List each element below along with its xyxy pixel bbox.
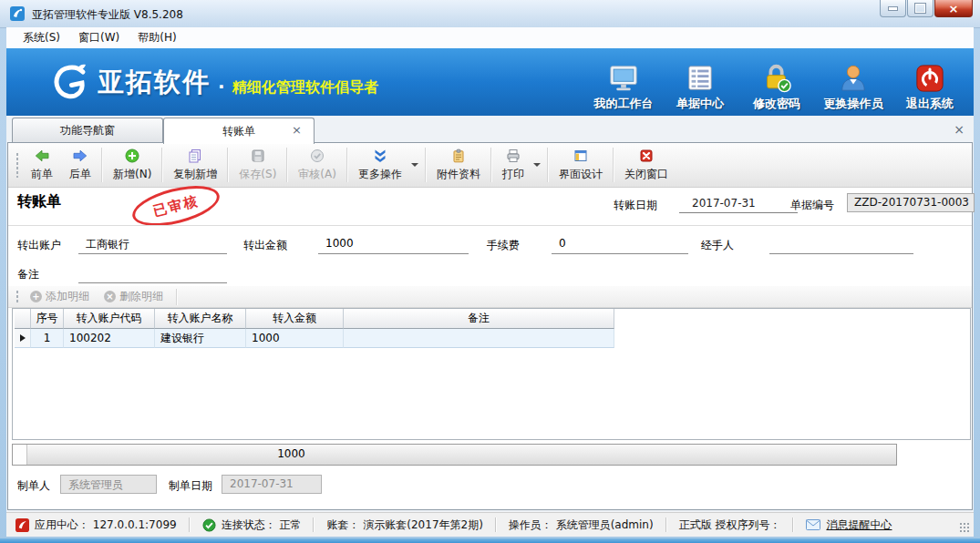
action-label: 我的工作台 (594, 96, 654, 112)
out-account-label: 转出账户 (17, 238, 61, 253)
tab-function-navigator[interactable]: 功能导航窗 (12, 118, 163, 142)
minimize-icon[interactable] (880, 0, 906, 17)
message-center-link-wrap: 消息提醒中心 (806, 517, 892, 533)
handler-label: 经手人 (701, 238, 734, 253)
save-button: 保存(S) (231, 145, 284, 185)
connection-status: 连接状态： 正常 (202, 517, 302, 533)
current-row-arrow-icon (20, 334, 26, 342)
out-account-field[interactable]: 工商银行 (78, 234, 227, 254)
brand-logo-icon (46, 60, 90, 104)
summary-indicator-cell (13, 445, 27, 465)
column-header-remark[interactable]: 备注 (344, 309, 614, 329)
license-status: 正式版 授权序列号： (679, 517, 781, 533)
operator-status: 操作员： 系统管理员(admin) (509, 517, 654, 533)
audit-button: 审核(A) (290, 145, 345, 185)
detail-table: 序号 转入账户代码 转入账户名称 转入金额 备注 1 100202 建设银行 1… (12, 308, 971, 440)
table-cell-seq[interactable]: 1 (31, 329, 64, 348)
delete-detail-button: × 删除明细 (97, 287, 170, 307)
column-header-seq[interactable]: 序号 (31, 309, 64, 329)
window-title: 亚拓管理软件专业版 V8.5.208 (32, 7, 183, 23)
printer-icon (506, 149, 521, 163)
action-label: 单据中心 (676, 96, 724, 112)
doc-number-label: 单据编号 (790, 198, 834, 213)
window-controls: × (880, 0, 973, 17)
table-cell-account-code[interactable]: 100202 (64, 329, 155, 348)
maximize-icon[interactable] (907, 0, 934, 17)
menu-system[interactable]: 系统(S) (14, 27, 69, 48)
window-bottom-edge (0, 538, 980, 543)
workspace: 功能导航窗 转账单 × × 前单 后单 (6, 116, 974, 512)
app-logo-icon (10, 6, 25, 21)
action-label: 修改密码 (753, 96, 800, 112)
attachments-button[interactable]: 附件资料 (428, 145, 489, 185)
toolbar-grip (15, 290, 19, 304)
resize-grip[interactable] (959, 522, 970, 533)
brand-name: 亚拓软件 (98, 65, 211, 101)
transfer-date-field[interactable]: 2017-07-31 (679, 194, 798, 213)
document-toolbar: 前单 后单 新增(N) (8, 143, 972, 188)
window-frame: 亚拓管理软件专业版 V8.5.208 × 系统(S) 窗口(W) 帮助(H) 亚… (0, 0, 980, 543)
copy-documents-icon (188, 149, 202, 163)
make-date-label: 制单日期 (169, 478, 212, 494)
tabstrip-close-icon[interactable]: × (954, 123, 965, 136)
menu-help[interactable]: 帮助(H) (129, 27, 185, 48)
toolbar-grip (15, 152, 19, 178)
fee-field[interactable]: 0 (552, 234, 688, 254)
status-bar: 应用中心： 127.0.0.1:7099 连接状态： 正常 账套： 演示账套(2… (6, 512, 974, 537)
print-button[interactable]: 打印 (494, 145, 545, 185)
row-indicator (15, 329, 31, 348)
out-amount-label: 转出金额 (243, 238, 287, 253)
remark-field[interactable] (78, 263, 227, 283)
quick-actions: 我的工作台 单据中心 (585, 54, 968, 112)
close-window-button[interactable]: 关闭窗口 (616, 145, 676, 185)
fee-label: 手续费 (487, 238, 520, 253)
close-icon[interactable]: × (934, 0, 973, 17)
audit-check-circle-icon (310, 149, 325, 163)
workbench-monitor-icon (608, 60, 639, 93)
divider (8, 225, 972, 226)
change-password-lock-icon (761, 60, 792, 93)
amount-total: 1000 (242, 447, 340, 460)
arrow-right-blue-icon (73, 149, 88, 163)
column-header-account-code[interactable]: 转入账户代码 (64, 309, 155, 329)
change-password-button[interactable]: 修改密码 (738, 54, 815, 112)
brand-slogan: 精细化管理软件倡导者 (232, 78, 378, 97)
tab-close-icon[interactable]: × (292, 124, 302, 136)
table-cell-remark[interactable] (344, 329, 614, 348)
header-indicator-cell (15, 309, 31, 329)
table-cell-account-name[interactable]: 建设银行 (155, 329, 246, 348)
previous-doc-button[interactable]: 前单 (23, 145, 61, 185)
new-button[interactable]: 新增(N) (105, 145, 160, 185)
ui-design-button[interactable]: 界面设计 (551, 145, 611, 185)
column-header-account-name[interactable]: 转入账户名称 (155, 309, 246, 329)
column-header-amount[interactable]: 转入金额 (246, 309, 344, 329)
my-workbench-button[interactable]: 我的工作台 (585, 54, 662, 112)
tab-transfer-order[interactable]: 转账单 × (163, 118, 315, 144)
handler-field[interactable] (769, 234, 913, 254)
document-center-button[interactable]: 单据中心 (662, 54, 738, 112)
plus-circle-icon: + (30, 291, 42, 302)
x-circle-icon: × (104, 291, 116, 302)
page-title: 转账单 (17, 192, 61, 211)
make-date-field: 2017-07-31 (222, 475, 322, 494)
arrow-left-green-icon (35, 149, 49, 163)
maker-label: 制单人 (17, 478, 50, 494)
exit-system-button[interactable]: 退出系统 (892, 54, 968, 112)
detail-toolbar: + 添加明细 × 删除明细 (8, 286, 972, 308)
app-logo-red-icon (15, 518, 29, 532)
document-center-icon (686, 60, 715, 93)
copy-new-button[interactable]: 复制新增 (165, 145, 225, 185)
table-cell-amount[interactable]: 1000 (246, 329, 344, 348)
next-doc-button[interactable]: 后单 (61, 145, 99, 185)
switch-operator-button[interactable]: 更换操作员 (815, 54, 892, 112)
tab-label: 转账单 (222, 124, 255, 139)
out-amount-field[interactable]: 1000 (318, 234, 469, 254)
more-double-chevron-icon (373, 149, 387, 163)
menu-window[interactable]: 窗口(W) (69, 27, 129, 48)
more-actions-button[interactable]: 更多操作 (350, 145, 423, 185)
status-ok-check-icon (202, 518, 216, 532)
close-window-red-icon (639, 149, 654, 163)
title-bar: 亚拓管理软件专业版 V8.5.208 × (0, 0, 980, 28)
menu-bar: 系统(S) 窗口(W) 帮助(H) (6, 27, 974, 48)
message-center-link[interactable]: 消息提醒中心 (826, 517, 892, 533)
